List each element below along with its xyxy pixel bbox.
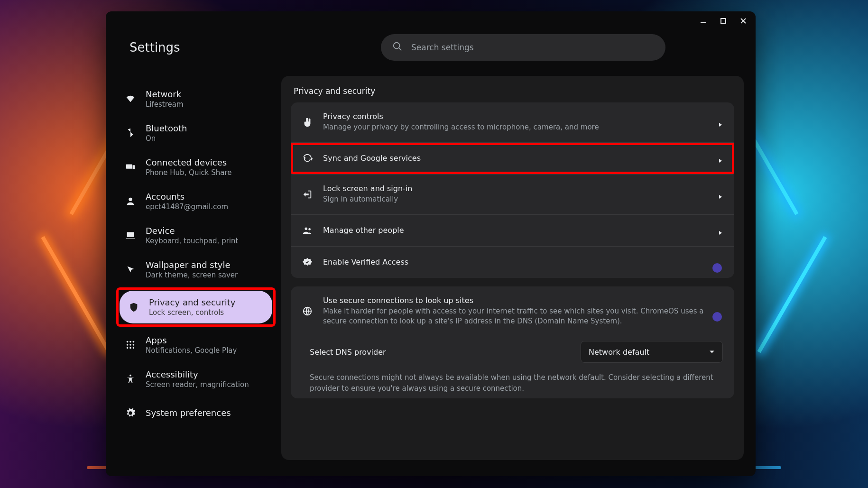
sidebar-item-privacy[interactable]: Privacy and securityLock screen, control… — [120, 291, 272, 323]
settings-card-dns: Use secure connections to look up sitesM… — [291, 286, 734, 399]
sidebar-item-system[interactable]: System preferences — [116, 396, 276, 430]
sidebar-item-label: Accounts — [146, 192, 228, 202]
chevron-down-icon — [709, 348, 715, 357]
svg-point-11 — [129, 341, 131, 343]
shield-icon — [128, 302, 139, 313]
dns-select-value: Network default — [589, 348, 649, 357]
gear-icon — [125, 407, 136, 419]
sidebar-item-bluetooth[interactable]: BluetoothOn — [116, 116, 276, 150]
sidebar-item-apps[interactable]: AppsNotifications, Google Play — [116, 328, 276, 362]
sidebar-item-wallpaper[interactable]: Wallpaper and styleDark theme, screen sa… — [116, 252, 276, 286]
sidebar-item-label: Bluetooth — [146, 123, 187, 133]
sidebar-item-sub: epct41487@gmail.com — [146, 203, 228, 211]
svg-point-15 — [133, 344, 135, 346]
row-sub: Manage your privacy by controlling acces… — [323, 122, 709, 133]
sidebar-item-sub: Screen reader, magnification — [146, 380, 249, 389]
sidebar-item-label: Privacy and security — [149, 297, 235, 307]
header: Settings — [106, 30, 756, 64]
sidebar-item-sub: Lifestream — [146, 100, 184, 109]
dns-label: Select DNS provider — [310, 348, 386, 357]
sidebar-item-network[interactable]: NetworkLifestream — [116, 82, 276, 116]
chevron-right-icon — [718, 156, 723, 161]
row-sub: Sign in automatically — [323, 194, 709, 205]
sidebar-item-label: Apps — [146, 335, 237, 345]
svg-point-14 — [129, 344, 131, 346]
minimize-button[interactable] — [697, 14, 710, 28]
row-lock-screen[interactable]: Lock screen and sign-inSign in automatic… — [291, 175, 734, 215]
row-title: Enable Verified Access — [323, 258, 713, 267]
highlight-box-sidebar: Privacy and securityLock screen, control… — [116, 287, 276, 327]
row-title: Privacy controls — [323, 112, 709, 121]
search-input[interactable] — [411, 43, 654, 52]
hand-icon — [301, 116, 314, 129]
svg-point-12 — [133, 341, 135, 343]
panel-title: Privacy and security — [281, 86, 744, 102]
sidebar-item-sub: Dark theme, screen saver — [146, 271, 238, 279]
settings-panel: Privacy and security Privacy controlsMan… — [281, 76, 744, 460]
close-button[interactable] — [737, 14, 750, 28]
sidebar-item-sub: Phone Hub, Quick Share — [146, 168, 232, 177]
svg-point-10 — [127, 341, 129, 343]
sidebar-item-accounts[interactable]: Accountsepct41487@gmail.com — [116, 184, 276, 218]
account-icon — [125, 195, 136, 207]
row-secure-dns[interactable]: Use secure connections to look up sitesM… — [291, 286, 734, 337]
sidebar-item-connected[interactable]: Connected devicesPhone Hub, Quick Share — [116, 150, 276, 184]
accessibility-icon — [125, 373, 136, 385]
sidebar-item-label: Network — [146, 89, 184, 99]
sidebar-item-sub: Lock screen, controls — [149, 308, 235, 317]
wifi-icon — [125, 93, 136, 104]
palette-icon — [125, 264, 136, 275]
svg-point-18 — [133, 347, 135, 349]
svg-point-20 — [305, 227, 308, 230]
sidebar-item-sub: Notifications, Google Play — [146, 346, 237, 355]
svg-point-17 — [129, 347, 131, 349]
sidebar: NetworkLifestream BluetoothOn Connected … — [106, 64, 281, 476]
svg-point-21 — [308, 228, 311, 230]
sidebar-item-accessibility[interactable]: AccessibilityScreen reader, magnificatio… — [116, 362, 276, 396]
sync-icon — [301, 152, 314, 165]
row-verified-access[interactable]: Enable Verified Access — [291, 247, 734, 278]
dns-note: Secure connections might not always be a… — [291, 369, 734, 394]
laptop-icon — [125, 230, 136, 241]
globe-icon — [301, 305, 314, 317]
row-title: Sync and Google services — [323, 154, 709, 163]
svg-point-16 — [127, 347, 129, 349]
dns-provider-row: Select DNS provider Network default — [291, 336, 734, 369]
sidebar-item-label: Device — [146, 226, 238, 236]
devices-icon — [125, 161, 136, 173]
sidebar-item-label: Connected devices — [146, 157, 232, 167]
chevron-right-icon — [718, 228, 723, 233]
sidebar-item-label: Wallpaper and style — [146, 260, 238, 270]
dns-provider-select[interactable]: Network default — [581, 341, 723, 363]
settings-card-1: Privacy controlsManage your privacy by c… — [291, 102, 734, 278]
svg-point-13 — [127, 344, 129, 346]
row-manage-people[interactable]: Manage other people — [291, 215, 734, 247]
svg-rect-1 — [721, 18, 726, 23]
titlebar — [106, 11, 756, 30]
svg-point-19 — [129, 375, 131, 377]
row-title: Use secure connections to look up sites — [323, 296, 713, 305]
apps-icon — [125, 339, 136, 350]
row-title: Lock screen and sign-in — [323, 184, 709, 193]
people-icon — [301, 224, 314, 237]
svg-point-4 — [394, 43, 400, 49]
search-icon — [392, 41, 403, 54]
row-sync-google[interactable]: Sync and Google services — [291, 143, 734, 175]
svg-rect-9 — [127, 232, 134, 237]
neon-decor — [757, 236, 827, 353]
sidebar-item-sub: On — [146, 134, 187, 143]
bluetooth-icon — [125, 127, 136, 138]
svg-rect-6 — [126, 165, 132, 169]
search-container[interactable] — [381, 34, 665, 61]
chevron-right-icon — [718, 120, 723, 125]
verified-icon — [301, 256, 314, 268]
neon-decor — [41, 236, 111, 353]
signin-icon — [301, 188, 314, 201]
sidebar-item-device[interactable]: DeviceKeyboard, touchpad, print — [116, 218, 276, 252]
row-privacy-controls[interactable]: Privacy controlsManage your privacy by c… — [291, 102, 734, 143]
maximize-button[interactable] — [717, 14, 730, 28]
svg-line-5 — [399, 48, 402, 51]
main-content: Privacy and security Privacy controlsMan… — [281, 64, 756, 476]
svg-rect-7 — [133, 165, 135, 169]
row-sub: Make it harder for people with access to… — [323, 306, 713, 327]
